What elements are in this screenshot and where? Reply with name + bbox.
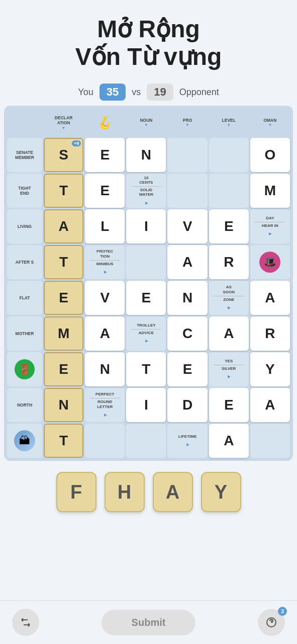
cell-e1[interactable]: E (85, 138, 125, 172)
cell-n2[interactable]: N (167, 281, 207, 315)
mountain-icon: 🏔 (14, 430, 35, 451)
cell-r[interactable]: R (209, 245, 249, 279)
avatar-icon: 🎩 (259, 252, 280, 273)
row-label-mother: MOTHER (7, 316, 42, 351)
row-label-afters: AFTER S (7, 245, 42, 279)
arrow-right-perfect (103, 409, 107, 418)
cell-a6[interactable]: A (250, 388, 290, 422)
cell-t3[interactable]: T (126, 352, 166, 386)
cell-perfect-clue: PERFECT ROUND LETTER (85, 388, 125, 422)
cell-n4[interactable]: N (44, 388, 83, 422)
cell-s[interactable]: +9 S (44, 138, 83, 172)
letter-e5: E (142, 291, 151, 305)
you-score: 35 (100, 84, 126, 101)
letter-a5: A (224, 327, 234, 341)
cell-lifetime-clue: LIFETIME (167, 424, 207, 458)
arrow-right-yes (227, 371, 231, 380)
col-header-hook: 🪝 (85, 109, 125, 136)
submit-button[interactable]: Submit (102, 610, 196, 635)
cell-l[interactable]: L (85, 209, 125, 244)
cell-empty-6 (85, 424, 125, 458)
arrow-right-trolley (144, 335, 148, 344)
letter-i1: I (144, 219, 148, 233)
letter-t4: T (59, 434, 68, 448)
letter-e8: E (224, 398, 234, 412)
letter-d: D (182, 398, 192, 412)
letter-c: C (182, 327, 192, 341)
cell-a5[interactable]: A (209, 316, 249, 351)
cell-e2[interactable]: E (85, 174, 125, 208)
title-section: Mở Rộng Vốn Từ vựng (65, 0, 232, 75)
col-header-level: LEVEL (209, 109, 249, 136)
row-label-flat: FLAT (7, 281, 42, 315)
game-grid-wrapper: DECLARATION 🪝 NOUN PRO LEVEL OMAN SENATE… (4, 106, 293, 461)
tray-tile-y[interactable]: Y (201, 472, 241, 512)
cell-m2[interactable]: M (44, 316, 83, 351)
cell-d[interactable]: D (167, 388, 207, 422)
cell-t2[interactable]: T (44, 245, 83, 279)
cell-i1[interactable]: I (126, 209, 166, 244)
swap-button[interactable] (12, 609, 39, 636)
letter-a6: A (265, 398, 275, 412)
letter-e3: E (224, 219, 234, 233)
tray-tile-h[interactable]: H (105, 472, 145, 512)
cell-avatar: 🎩 (250, 245, 290, 279)
cell-a7[interactable]: A (209, 424, 249, 458)
cell-r2[interactable]: R (250, 316, 290, 351)
cell-t4[interactable]: T (44, 424, 83, 458)
title-line2: Vốn Từ vựng (75, 43, 222, 70)
hint-count: 3 (278, 607, 287, 616)
opponent-score: 19 (147, 84, 173, 101)
letter-m: M (264, 184, 276, 198)
cell-t1[interactable]: T (44, 174, 83, 208)
col-header-oman: OMAN (250, 109, 290, 136)
cell-n3[interactable]: N (85, 352, 125, 386)
cell-v2[interactable]: V (85, 281, 125, 315)
letter-o: O (265, 148, 276, 162)
cell-e3[interactable]: E (209, 209, 249, 244)
letter-t1: T (59, 184, 68, 198)
cell-e7[interactable]: E (167, 352, 207, 386)
cell-empty-3 (167, 174, 207, 208)
bottom-bar: Submit 3 (0, 600, 297, 644)
cell-n[interactable]: N (126, 138, 166, 172)
tray-tile-a[interactable]: A (153, 472, 193, 512)
cell-e6[interactable]: E (44, 352, 83, 386)
cell-o[interactable]: O (250, 138, 290, 172)
letter-t2: T (59, 255, 68, 269)
cell-protection-clue: PROTEC TION MINIBUS (85, 245, 125, 279)
cell-a4[interactable]: A (85, 316, 125, 351)
entry-icon: 🚪 (15, 359, 35, 379)
arrow-right-ice (144, 197, 148, 206)
letter-r: R (224, 255, 234, 269)
arrow-down-noun (144, 123, 148, 127)
cell-e8[interactable]: E (209, 388, 249, 422)
row-label-senate: SENATEMEMBER (7, 138, 42, 172)
cell-day-hear: DAY HEAR IN (250, 209, 290, 244)
row-label-north: NORTH (7, 388, 42, 422)
col-header-noun: NOUN (126, 109, 166, 136)
cell-y[interactable]: Y (250, 352, 290, 386)
cell-yes-silver: YES SILVER (209, 352, 249, 386)
letter-a7: A (224, 434, 234, 448)
cell-trolley-clue: TROLLEY ADVICE (126, 316, 166, 351)
cell-e5[interactable]: E (126, 281, 166, 315)
letter-v2: V (100, 291, 110, 305)
cell-m[interactable]: M (250, 174, 290, 208)
tray-tile-f[interactable]: F (56, 472, 96, 512)
cell-empty-2 (209, 138, 249, 172)
arrow-down-oman (268, 123, 272, 127)
cell-c[interactable]: C (167, 316, 207, 351)
cell-a2[interactable]: A (167, 245, 207, 279)
cell-empty-4 (209, 174, 249, 208)
letter-n: N (141, 148, 151, 162)
arrow-down-level (227, 123, 231, 127)
letter-n3: N (100, 362, 110, 376)
cell-a1[interactable]: A (44, 209, 83, 244)
cell-e4[interactable]: E (44, 281, 83, 315)
cell-v[interactable]: V (167, 209, 207, 244)
cell-a3[interactable]: A (250, 281, 290, 315)
title-line1: Mở Rộng (75, 15, 222, 43)
cell-i2[interactable]: I (126, 388, 166, 422)
cell-empty-8 (250, 424, 290, 458)
